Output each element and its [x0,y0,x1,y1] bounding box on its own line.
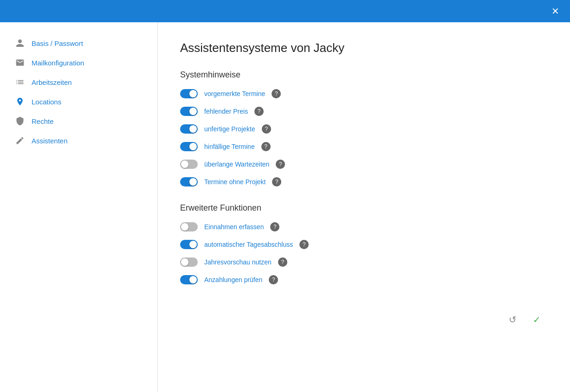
toggle-einnahmen-erfassen[interactable] [180,222,198,231]
page-title: Assistentensysteme von Jacky [180,41,548,55]
toggle-row-vorgemerkte-termine: vorgemerkte Termine ? [180,89,548,98]
section-erweiterte-funktionen-title: Erweiterte Funktionen [180,203,548,213]
toggle-label-jahresvorschau-nutzen: Jahresvorschau nutzen [204,258,272,266]
help-icon-ueberlange-wartezeiten[interactable]: ? [276,160,285,169]
toggle-row-unfertige-projekte: unfertige Projekte ? [180,124,548,134]
main-content: Assistentensysteme von Jacky Systemhinwe… [158,22,570,392]
close-button[interactable]: ✕ [548,4,563,19]
sidebar-item-rechte[interactable]: Rechte [0,111,157,131]
toggle-ueberlange-wartezeiten[interactable] [180,160,198,169]
list-icon [15,77,25,87]
action-bar: ↺ ✓ [180,312,548,327]
help-icon-unfertige-projekte[interactable]: ? [262,124,271,134]
help-icon-hinfaellige-termine[interactable]: ? [261,142,271,151]
title-bar: ✕ [0,0,570,22]
mail-icon [15,58,25,68]
help-icon-termine-ohne-projekt[interactable]: ? [272,177,281,186]
sidebar-item-mailkonfiguration-label: Mailkonfiguration [32,59,84,67]
reset-button[interactable]: ↺ [505,312,520,327]
sidebar-item-basis[interactable]: Basis / Passwort [0,33,157,53]
sidebar-item-arbeitszeiten-label: Arbeitszeiten [32,78,72,86]
help-icon-einnahmen-erfassen[interactable]: ? [270,222,279,231]
toggle-label-ueberlange-wartezeiten: überlange Wartezeiten [204,161,269,168]
toggle-label-vorgemerkte-termine: vorgemerkte Termine [204,90,265,97]
toggle-termine-ohne-projekt[interactable] [180,177,198,186]
help-icon-fehlender-preis[interactable]: ? [254,107,264,116]
toggle-row-fehlender-preis: fehlender Preis ? [180,107,548,116]
toggle-row-einnahmen-erfassen: Einnahmen erfassen ? [180,222,548,231]
toggle-label-hinfaellige-termine: hinfällige Termine [204,143,255,150]
help-icon-anzahlungen-pruefen[interactable]: ? [269,275,278,284]
sidebar-item-locations[interactable]: Locations [0,92,157,111]
toggle-anzahlungen-pruefen[interactable] [180,275,198,284]
toggle-label-unfertige-projekte: unfertige Projekte [204,125,255,133]
toggle-label-einnahmen-erfassen: Einnahmen erfassen [204,223,264,231]
sidebar-item-basis-label: Basis / Passwort [32,39,83,47]
toggle-vorgemerkte-termine[interactable] [180,89,198,98]
toggle-row-hinfaellige-termine: hinfällige Termine ? [180,142,548,151]
toggle-row-ueberlange-wartezeiten: überlange Wartezeiten ? [180,160,548,169]
sidebar-item-assistenten-label: Assistenten [32,137,68,145]
main-window: ✕ Basis / Passwort Mailkonfiguration [0,0,570,392]
help-icon-vorgemerkte-termine[interactable]: ? [272,89,281,98]
sidebar-item-assistenten[interactable]: Assistenten [0,131,157,150]
section-systemhinweise: Systemhinweise vorgemerkte Termine ? [180,70,548,186]
help-icon-automatischer-tagesabschluss[interactable]: ? [299,240,309,249]
toggle-row-jahresvorschau-nutzen: Jahresvorschau nutzen ? [180,257,548,267]
shield-icon [15,116,25,126]
confirm-button[interactable]: ✓ [529,312,544,327]
toggle-row-termine-ohne-projekt: Termine ohne Projekt ? [180,177,548,186]
section-erweiterte-funktionen: Erweiterte Funktionen Einnahmen erfassen… [180,203,548,284]
sidebar-item-rechte-label: Rechte [32,117,54,125]
toggle-fehlender-preis[interactable] [180,107,198,116]
location-icon [15,96,25,107]
toggle-label-anzahlungen-pruefen: Anzahlungen prüfen [204,276,262,283]
sidebar-item-locations-label: Locations [32,98,61,106]
sidebar: Basis / Passwort Mailkonfiguration Arbei… [0,22,158,392]
edit-icon [15,135,25,146]
sidebar-item-arbeitszeiten[interactable]: Arbeitszeiten [0,72,157,92]
toggle-label-fehlender-preis: fehlender Preis [204,108,248,115]
section-systemhinweise-title: Systemhinweise [180,70,548,80]
toggle-row-automatischer-tagesabschluss: automatischer Tagesabschluss ? [180,240,548,249]
toggle-row-anzahlungen-pruefen: Anzahlungen prüfen ? [180,275,548,284]
sidebar-item-mailkonfiguration[interactable]: Mailkonfiguration [0,53,157,72]
help-icon-jahresvorschau-nutzen[interactable]: ? [278,257,287,267]
person-icon [15,38,25,48]
content-area: Basis / Passwort Mailkonfiguration Arbei… [0,22,570,392]
toggle-label-termine-ohne-projekt: Termine ohne Projekt [204,178,266,186]
toggle-label-automatischer-tagesabschluss: automatischer Tagesabschluss [204,241,293,248]
toggle-automatischer-tagesabschluss[interactable] [180,240,198,249]
toggle-jahresvorschau-nutzen[interactable] [180,257,198,267]
toggle-hinfaellige-termine[interactable] [180,142,198,151]
toggle-unfertige-projekte[interactable] [180,124,198,134]
